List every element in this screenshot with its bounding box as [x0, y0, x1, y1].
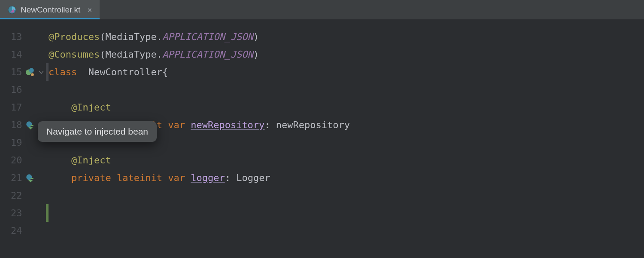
indent: [49, 102, 71, 113]
svg-point-7: [27, 174, 32, 180]
code-line[interactable]: [49, 81, 644, 98]
code-token-id: NewController: [82, 67, 162, 77]
svg-point-4: [31, 73, 34, 76]
gutter-row: 21: [0, 169, 44, 187]
line-number: 13: [0, 28, 22, 46]
gutter-row: 14: [0, 46, 44, 63]
code-token-id: MediaType: [105, 49, 156, 60]
code-token-member: logger: [191, 172, 225, 183]
code-token-ann: @Produces: [49, 31, 100, 42]
code-token-id: [111, 172, 117, 183]
indent: [49, 172, 71, 183]
code-token-id: MediaType: [105, 31, 156, 42]
kotlin-class-icon: [8, 6, 16, 14]
svg-rect-8: [30, 178, 33, 179]
svg-rect-6: [30, 125, 33, 126]
code-token-id: .: [157, 49, 162, 60]
injected-bean-icon[interactable]: [22, 173, 39, 183]
gutter-tooltip: Navigate to injected bean: [38, 121, 157, 142]
code-token-id: {: [162, 67, 168, 77]
code-token-id: : Logger: [225, 172, 270, 183]
gutter-row: 22: [0, 187, 44, 204]
code-token-id: [162, 120, 168, 130]
gutter-row: 20: [0, 151, 44, 169]
gutter-row: 13: [0, 28, 44, 46]
close-icon[interactable]: ×: [87, 5, 92, 14]
gutter-row: 15: [0, 63, 44, 81]
code-token-id: [185, 172, 191, 183]
code-token-id: [162, 172, 168, 183]
code-line[interactable]: [49, 222, 644, 240]
line-number: 16: [0, 81, 22, 98]
code-token-id: (: [100, 31, 105, 42]
code-token-const: APPLICATION_JSON: [162, 31, 253, 42]
code-token-kw: var: [168, 120, 185, 130]
line-number: 20: [0, 151, 22, 169]
code-token-ann: @Consumes: [49, 49, 100, 60]
code-token-id: ): [253, 49, 259, 60]
gutter-row: 17: [0, 98, 44, 116]
code-line[interactable]: class NewController{: [49, 63, 644, 81]
line-number: 22: [0, 187, 22, 204]
injected-bean-icon[interactable]: [22, 120, 39, 130]
editor-tab[interactable]: NewController.kt ×: [0, 0, 100, 19]
tab-filename: NewController.kt: [21, 5, 80, 15]
svg-point-5: [27, 121, 32, 127]
code-token-id: (: [100, 49, 105, 60]
editor-tabbar: NewController.kt ×: [0, 0, 644, 19]
gutter-row: 24: [0, 222, 44, 240]
code-line[interactable]: [49, 187, 644, 204]
code-token-kw: lateinit: [117, 172, 162, 183]
code-token-id: ): [253, 31, 259, 42]
code-token-id: .: [157, 31, 162, 42]
caret-line-highlight: [46, 63, 49, 81]
svg-point-3: [29, 68, 34, 73]
code-token-kw: private: [71, 172, 111, 183]
code-line[interactable]: @Produces(MediaType.APPLICATION_JSON): [49, 28, 644, 46]
indent: [49, 155, 71, 166]
line-number: 21: [0, 169, 22, 187]
code-token-kw: var: [168, 172, 185, 183]
fold-toggle-icon[interactable]: [38, 70, 44, 75]
code-token-ann: @Inject: [71, 102, 111, 113]
line-number: 18: [0, 116, 22, 134]
line-number: 17: [0, 98, 22, 116]
tooltip-text: Navigate to injected bean: [46, 126, 148, 136]
bean-class-icon[interactable]: [22, 68, 39, 77]
code-token-const: APPLICATION_JSON: [162, 49, 253, 60]
code-line[interactable]: @Consumes(MediaType.APPLICATION_JSON): [49, 46, 644, 63]
code-token-ann: @Inject: [71, 155, 111, 166]
code-line[interactable]: [49, 204, 644, 222]
code-line[interactable]: @Inject: [49, 98, 644, 116]
line-number: 19: [0, 134, 22, 151]
line-number: 23: [0, 204, 22, 222]
line-number: 14: [0, 46, 22, 63]
line-number: 24: [0, 222, 22, 240]
vcs-change-marker: [46, 204, 49, 222]
line-number: 15: [0, 63, 22, 81]
gutter-row: 23: [0, 204, 44, 222]
code-token-kw: class: [49, 67, 82, 77]
code-token-id: : newRepository: [264, 120, 350, 130]
code-line[interactable]: private lateinit var logger: Logger: [49, 169, 644, 187]
code-line[interactable]: @Inject: [49, 151, 644, 169]
code-token-id: [185, 120, 191, 130]
gutter-row: 16: [0, 81, 44, 98]
code-token-member: newRepository: [191, 120, 264, 130]
